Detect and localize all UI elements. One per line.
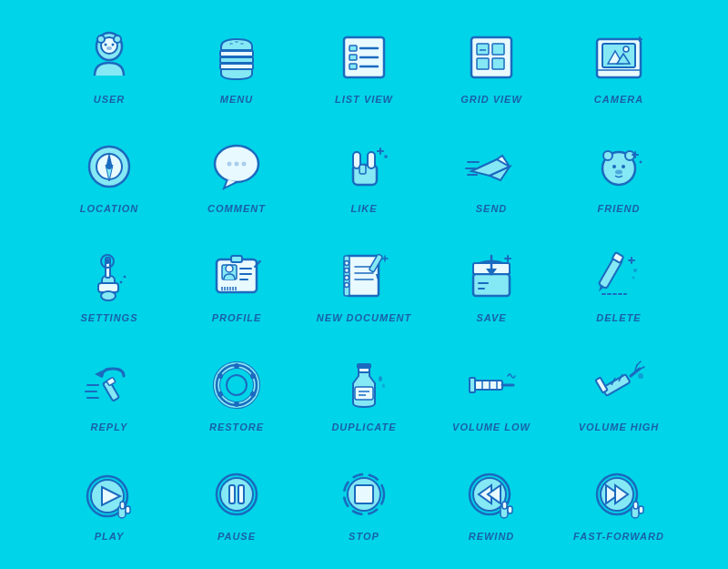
play-label: PLAY: [95, 531, 125, 542]
rewind-label: REWIND: [469, 531, 515, 542]
volume-low-label: VOLUME LOW: [452, 422, 531, 432]
svg-rect-46: [359, 165, 366, 174]
icon-menu[interactable]: MENU: [173, 16, 300, 117]
settings-label: SETTINGS: [80, 312, 137, 323]
location-label: LOCATION: [80, 203, 139, 214]
svg-point-95: [344, 260, 349, 265]
svg-point-138: [217, 373, 223, 379]
svg-point-134: [250, 373, 256, 379]
friend-label: FRIEND: [598, 203, 641, 214]
svg-point-38: [106, 164, 112, 169]
icon-fast-forward[interactable]: FAST-FORWARD: [555, 453, 682, 554]
icon-camera[interactable]: CAMERA: [555, 16, 682, 117]
svg-rect-123: [106, 377, 116, 385]
svg-point-30: [623, 46, 629, 52]
list-view-icon: [332, 27, 396, 86]
svg-point-73: [105, 259, 110, 264]
user-icon: [77, 27, 141, 86]
new-document-label: NEW DOCUMENT: [317, 312, 411, 323]
duplicate-label: DUPLICATE: [331, 422, 396, 432]
svg-point-120: [632, 276, 634, 279]
icon-profile[interactable]: PROFILE: [173, 235, 300, 335]
icon-grid: USER MENU: [27, 0, 701, 569]
svg-rect-45: [368, 152, 375, 168]
svg-rect-84: [231, 256, 242, 262]
icon-friend[interactable]: FRIEND: [555, 126, 682, 226]
icon-rewind[interactable]: REWIND: [428, 453, 555, 554]
like-label: LIKE: [350, 203, 377, 214]
icon-grid-view[interactable]: GRID VIEW: [428, 16, 555, 117]
volume-low-icon: [460, 355, 523, 414]
svg-point-166: [220, 478, 253, 511]
svg-rect-151: [595, 377, 607, 392]
svg-marker-124: [95, 371, 102, 378]
comment-label: COMMENT: [207, 203, 266, 214]
icon-volume-high[interactable]: VOLUME HIGH: [555, 344, 682, 444]
comment-icon: [205, 137, 268, 196]
rewind-icon: [460, 464, 523, 523]
like-icon: [332, 137, 396, 196]
icon-settings[interactable]: SETTINGS: [46, 235, 173, 335]
icon-like[interactable]: LIKE: [300, 126, 428, 226]
icon-delete[interactable]: DELETE: [555, 235, 682, 335]
icon-reply[interactable]: REPLY: [46, 344, 173, 444]
svg-point-70: [101, 291, 116, 300]
svg-point-42: [241, 161, 246, 166]
svg-point-4: [104, 43, 106, 46]
camera-icon: [587, 27, 651, 86]
svg-rect-106: [473, 274, 510, 296]
svg-rect-184: [633, 502, 638, 509]
svg-rect-163: [120, 502, 125, 509]
icon-save[interactable]: SAVE: [428, 235, 555, 335]
svg-line-156: [641, 367, 644, 369]
svg-rect-7: [220, 51, 253, 56]
icon-send[interactable]: SEND: [428, 126, 555, 226]
profile-label: PROFILE: [212, 312, 262, 323]
list-view-label: LIST VIEW: [335, 94, 393, 105]
svg-rect-14: [349, 46, 357, 51]
icon-user[interactable]: USER: [46, 16, 173, 117]
delete-icon: [587, 246, 651, 305]
svg-point-3: [114, 36, 121, 43]
send-label: SEND: [476, 203, 508, 214]
delete-label: DELETE: [596, 312, 641, 323]
svg-rect-164: [126, 506, 130, 513]
svg-rect-141: [355, 387, 373, 400]
restore-label: RESTORE: [209, 422, 264, 432]
svg-rect-168: [238, 485, 244, 503]
svg-rect-22: [492, 44, 504, 55]
save-label: SAVE: [476, 312, 506, 323]
svg-rect-171: [355, 485, 373, 503]
icon-stop[interactable]: STOP: [300, 453, 428, 554]
svg-point-137: [217, 391, 223, 397]
svg-point-131: [224, 372, 249, 398]
svg-line-155: [637, 361, 641, 365]
svg-rect-178: [508, 506, 512, 513]
svg-rect-167: [229, 485, 235, 503]
icon-pause[interactable]: PAUSE: [173, 453, 300, 554]
svg-rect-144: [473, 381, 502, 390]
camera-label: CAMERA: [594, 94, 643, 105]
volume-high-icon: [587, 355, 651, 414]
stop-label: STOP: [349, 531, 379, 542]
svg-point-61: [612, 165, 616, 168]
icon-volume-low[interactable]: VOLUME LOW: [428, 344, 555, 444]
icon-play[interactable]: PLAY: [46, 453, 173, 554]
icon-comment[interactable]: COMMENT: [173, 126, 300, 226]
svg-point-62: [622, 165, 625, 168]
icon-list-view[interactable]: LIST VIEW: [300, 16, 428, 117]
svg-point-135: [250, 391, 256, 397]
icon-duplicate[interactable]: DUPLICATE: [300, 344, 428, 444]
svg-point-158: [638, 373, 643, 379]
fast-forward-icon: [587, 464, 651, 523]
svg-point-136: [234, 401, 239, 407]
svg-rect-150: [602, 374, 630, 396]
svg-rect-16: [349, 55, 357, 60]
svg-point-2: [97, 36, 105, 43]
svg-rect-185: [639, 506, 643, 513]
svg-rect-145: [470, 378, 475, 392]
icon-new-document[interactable]: NEW DOCUMENT: [300, 235, 428, 335]
icon-location[interactable]: LOCATION: [46, 126, 173, 226]
svg-point-119: [633, 269, 637, 272]
icon-restore[interactable]: RESTORE: [173, 344, 300, 444]
